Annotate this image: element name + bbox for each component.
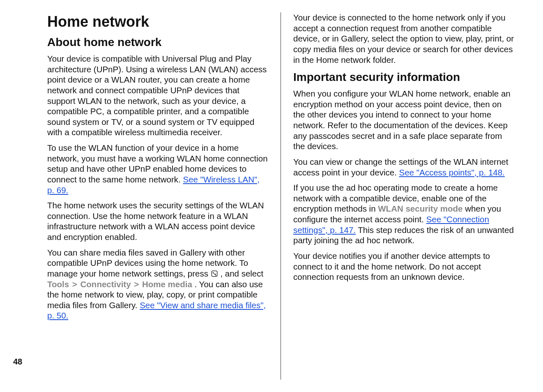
heading-security-info: Important security information — [293, 70, 514, 84]
nav-tools: Tools — [47, 279, 69, 289]
nav-sep-2: > — [133, 279, 140, 289]
para-access-point: You can view or change the settings of t… — [293, 157, 514, 178]
para-adhoc: If you use the ad hoc operating mode to … — [293, 182, 514, 246]
nav-sep-1: > — [71, 279, 78, 289]
para-notify: Your device notifies you if another devi… — [293, 251, 514, 282]
para-share-media: You can share media files saved in Galle… — [47, 247, 268, 321]
svg-point-1 — [212, 272, 214, 273]
emph-wlan-security-mode: WLAN security mode — [378, 204, 462, 213]
link-access-points[interactable]: See "Access points", p. 148. — [399, 168, 505, 177]
share-text-a: You can share media files saved in Galle… — [47, 248, 248, 278]
column-divider — [281, 12, 281, 380]
heading-about-home-network: About home network — [47, 35, 268, 49]
nav-connectivity: Connectivity — [81, 279, 131, 289]
para-wlan-requirement: To use the WLAN function of your device … — [47, 143, 268, 195]
para-connection-request: Your device is connected to the home net… — [293, 12, 514, 65]
page-number: 48 — [13, 357, 22, 367]
nav-home-media: Home media — [142, 279, 192, 289]
page-columns: Home network About home network Your dev… — [33, 12, 514, 380]
para-security-settings: The home network uses the security setti… — [47, 200, 268, 242]
heading-home-network: Home network — [47, 12, 268, 31]
share-text-b: , and select — [220, 269, 263, 278]
para-encryption: When you configure your WLAN home networ… — [293, 88, 514, 152]
menu-key-icon — [211, 269, 218, 277]
left-column: Home network About home network Your dev… — [33, 12, 268, 380]
para-compatibility: Your device is compatible with Universal… — [47, 53, 268, 138]
right-column: Your device is connected to the home net… — [293, 12, 514, 380]
